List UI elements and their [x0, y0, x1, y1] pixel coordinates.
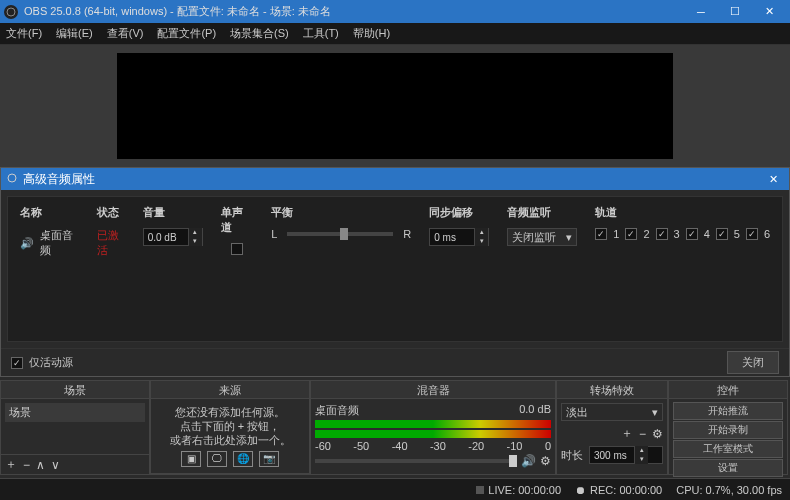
studio-mode-button[interactable]: 工作室模式 [673, 440, 783, 458]
source-browser-icon: 🌐 [233, 451, 253, 467]
menu-view[interactable]: 查看(V) [107, 26, 144, 41]
preview-canvas[interactable] [117, 53, 673, 159]
active-only-row[interactable]: ✓仅活动源 [11, 355, 73, 370]
col-status-header: 状态 [97, 205, 125, 220]
sources-empty-3: 或者右击此处添加一个。 [157, 433, 303, 447]
menu-help[interactable]: 帮助(H) [353, 26, 390, 41]
start-recording-button[interactable]: 开始录制 [673, 421, 783, 439]
col-mono-header: 单声道 [221, 205, 253, 235]
rec-indicator-icon: ⏺ [575, 484, 586, 496]
meter-20: -20 [468, 440, 484, 452]
source-name: 桌面音频 [40, 228, 79, 258]
track-3-checkbox[interactable]: ✓ [656, 228, 668, 240]
balance-l-label: L [271, 228, 277, 240]
menu-scenecol[interactable]: 场景集合(S) [230, 26, 289, 41]
maximize-button[interactable]: ☐ [718, 0, 752, 23]
trans-select[interactable]: 淡出▾ [561, 403, 663, 421]
dialog-footer: ✓仅活动源 关闭 [1, 348, 789, 376]
minimize-button[interactable]: ─ [684, 0, 718, 23]
trans-gear-icon[interactable]: ⚙ [652, 427, 663, 441]
balance-slider[interactable] [287, 232, 393, 236]
dialog-header[interactable]: 高级音频属性 ✕ [1, 168, 789, 190]
menu-profile[interactable]: 配置文件(P) [157, 26, 216, 41]
scenes-title: 场景 [1, 381, 149, 399]
active-only-label: 仅活动源 [29, 355, 73, 370]
source-camera-icon: 📷 [259, 451, 279, 467]
trans-dur-spinbox[interactable]: ▴▾ [589, 446, 663, 464]
scene-down-icon[interactable]: ∨ [51, 458, 60, 472]
track-5-checkbox[interactable]: ✓ [716, 228, 728, 240]
volume-up-icon[interactable]: ▴ [188, 228, 202, 237]
dialog-close-button[interactable]: 关闭 [727, 351, 779, 374]
close-button[interactable]: ✕ [752, 0, 786, 23]
chevron-down-icon: ▾ [566, 231, 572, 244]
track-1-checkbox[interactable]: ✓ [595, 228, 607, 240]
mixer-title: 混音器 [311, 381, 555, 399]
mixer-mute-icon[interactable]: 🔊 [521, 454, 536, 468]
track-4-checkbox[interactable]: ✓ [686, 228, 698, 240]
sources-dock: 来源 您还没有添加任何源。 点击下面的 + 按钮， 或者右击此处添加一个。 ▣ … [150, 380, 310, 475]
volume-spinbox[interactable]: ▴▾ [143, 228, 203, 246]
menu-tools[interactable]: 工具(T) [303, 26, 339, 41]
track-6-checkbox[interactable]: ✓ [746, 228, 758, 240]
menubar: 文件(F) 编辑(E) 查看(V) 配置文件(P) 场景集合(S) 工具(T) … [0, 23, 790, 45]
monitor-select[interactable]: 关闭监听▾ [507, 228, 577, 246]
mixer-meter-r [315, 430, 551, 438]
scene-item[interactable]: 场景 [5, 403, 145, 422]
trans-type: 淡出 [566, 405, 588, 420]
sources-empty-1: 您还没有添加任何源。 [157, 405, 303, 419]
dialog-close-icon[interactable]: ✕ [763, 173, 783, 186]
meter-50: -50 [353, 440, 369, 452]
source-display-icon: 🖵 [207, 451, 227, 467]
volume-input[interactable] [144, 232, 188, 243]
trans-add-icon[interactable]: ＋ [621, 425, 633, 442]
balance-r-label: R [403, 228, 411, 240]
active-only-checkbox[interactable]: ✓ [11, 357, 23, 369]
col-balance-header: 平衡 [271, 205, 411, 220]
docks: 场景 场景 ＋ − ∧ ∨ 来源 您还没有添加任何源。 点击下面的 + 按钮， … [0, 380, 790, 475]
mono-checkbox[interactable] [231, 243, 243, 255]
settings-button[interactable]: 设置 [673, 459, 783, 477]
speaker-icon: 🔊 [20, 237, 34, 250]
trans-remove-icon[interactable]: − [639, 427, 646, 441]
sync-spinbox[interactable]: ▴▾ [429, 228, 489, 246]
live-time: LIVE: 00:00:00 [488, 484, 561, 496]
track-1-label: 1 [613, 228, 619, 240]
sources-title: 来源 [151, 381, 309, 399]
track-2-checkbox[interactable]: ✓ [625, 228, 637, 240]
col-tracks-header: 轨道 [595, 205, 770, 220]
advanced-audio-dialog: 高级音频属性 ✕ 名称 🔊桌面音频 状态 已激活 音量 ▴▾ 单声道 [0, 167, 790, 377]
start-streaming-button[interactable]: 开始推流 [673, 402, 783, 420]
scene-up-icon[interactable]: ∧ [36, 458, 45, 472]
menu-file[interactable]: 文件(F) [6, 26, 42, 41]
mixer-meter-l [315, 420, 551, 428]
trans-dur-up-icon[interactable]: ▴ [634, 446, 648, 455]
track-3-label: 3 [674, 228, 680, 240]
meter-30: -30 [430, 440, 446, 452]
chevron-down-icon: ▾ [652, 406, 658, 419]
dialog-body: 名称 🔊桌面音频 状态 已激活 音量 ▴▾ 单声道 平衡 [7, 196, 783, 342]
titlebar: OBS 25.0.8 (64-bit, windows) - 配置文件: 未命名… [0, 0, 790, 23]
svg-point-1 [8, 174, 16, 182]
meter-60: -60 [315, 440, 331, 452]
track-6-label: 6 [764, 228, 770, 240]
sync-input[interactable] [430, 232, 474, 243]
controls-dock: 控件 开始推流 开始录制 工作室模式 设置 退出 [668, 380, 788, 475]
live-indicator-icon [476, 486, 484, 494]
scene-add-icon[interactable]: ＋ [5, 456, 17, 473]
mixer-volume-slider[interactable] [315, 459, 517, 463]
trans-dur-input[interactable] [590, 450, 634, 461]
volume-down-icon[interactable]: ▾ [188, 237, 202, 246]
source-image-icon: ▣ [181, 451, 201, 467]
mixer-gear-icon[interactable]: ⚙ [540, 454, 551, 468]
mixer-src-name: 桌面音频 [315, 403, 359, 418]
monitor-value: 关闭监听 [512, 230, 556, 245]
menu-edit[interactable]: 编辑(E) [56, 26, 93, 41]
trans-dur-down-icon[interactable]: ▾ [634, 455, 648, 464]
scene-remove-icon[interactable]: − [23, 458, 30, 472]
meter-0: 0 [545, 440, 551, 452]
sync-up-icon[interactable]: ▴ [474, 228, 488, 237]
col-monitor-header: 音频监听 [507, 205, 577, 220]
sync-down-icon[interactable]: ▾ [474, 237, 488, 246]
preview-area[interactable] [0, 45, 790, 167]
